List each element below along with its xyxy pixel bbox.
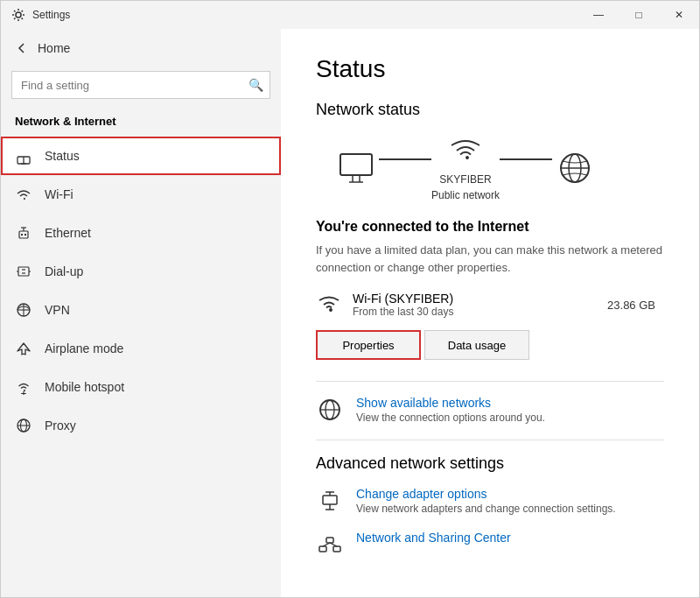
wifi-diagram-icon: SKYFIBER Public network xyxy=(431,135,500,201)
sidebar-item-label-dialup: Dial-up xyxy=(45,264,83,278)
proxy-nav-icon xyxy=(15,417,32,434)
search-container: 🔍 xyxy=(11,71,270,99)
wifi-icon xyxy=(15,186,32,203)
sidebar-item-dialup[interactable]: Dial-up xyxy=(1,252,281,291)
wifi-row-icon-svg xyxy=(316,292,342,317)
home-label: Home xyxy=(38,41,70,55)
adapter-icon xyxy=(316,487,344,515)
ethernet-icon xyxy=(15,224,32,242)
settings-window: Settings — □ ✕ Home 🔍 Network & Intern xyxy=(0,0,700,598)
proxy-icon xyxy=(15,417,32,434)
back-icon xyxy=(15,41,29,55)
net-line-1 xyxy=(379,158,431,160)
sidebar-item-status[interactable]: Status xyxy=(1,137,281,175)
show-networks-info: Show available networks View the connect… xyxy=(356,396,545,424)
svg-rect-4 xyxy=(19,231,28,238)
sharing-center-title: Network and Sharing Center xyxy=(356,531,511,545)
svg-line-42 xyxy=(330,543,337,546)
sidebar-item-label-vpn: VPN xyxy=(45,303,70,317)
show-networks-sub: View the connection options around you. xyxy=(356,412,545,424)
advanced-title: Advanced network settings xyxy=(316,454,664,473)
svg-rect-33 xyxy=(323,496,337,504)
vpn-nav-icon xyxy=(15,301,32,319)
network-row: Wi-Fi (SKYFIBER) From the last 30 days 2… xyxy=(316,292,664,318)
home-button[interactable]: Home xyxy=(1,29,281,67)
svg-rect-7 xyxy=(21,234,23,236)
divider-2 xyxy=(316,440,664,440)
hotspot-nav-icon xyxy=(15,378,32,396)
sidebar-item-label-hotspot: Mobile hotspot xyxy=(45,380,124,394)
computer-diagram-icon xyxy=(333,151,379,186)
svg-rect-22 xyxy=(340,154,372,175)
svg-rect-40 xyxy=(333,546,340,552)
sidebar-item-vpn[interactable]: VPN xyxy=(1,291,281,329)
sidebar-item-proxy[interactable]: Proxy xyxy=(1,406,281,445)
svg-line-41 xyxy=(323,543,330,546)
sidebar-item-label-status: Status xyxy=(45,149,80,163)
main-panel: Status Network status xyxy=(281,29,699,597)
page-title: Status xyxy=(316,55,664,83)
airplane-icon xyxy=(15,340,32,357)
sidebar-item-ethernet[interactable]: Ethernet xyxy=(1,214,281,252)
sidebar-section-title: Network & Internet xyxy=(1,109,281,137)
dialup-icon xyxy=(15,263,32,280)
search-input[interactable] xyxy=(11,71,270,99)
show-networks-icon xyxy=(316,396,344,424)
maximize-button[interactable]: □ xyxy=(619,1,659,29)
sidebar-item-label-proxy: Proxy xyxy=(45,419,76,433)
sharing-center-info: Network and Sharing Center xyxy=(356,531,511,546)
connected-text: You're connected to the Internet xyxy=(316,219,664,235)
sidebar: Home 🔍 Network & Internet Status xyxy=(1,29,281,597)
search-icon: 🔍 xyxy=(248,78,263,92)
net-line-2 xyxy=(500,158,552,160)
sidebar-item-label-airplane: Airplane mode xyxy=(45,341,123,355)
ethernet-nav-icon xyxy=(15,224,32,242)
dialup-nav-icon xyxy=(15,263,32,280)
svg-rect-38 xyxy=(319,546,326,552)
sidebar-item-wifi[interactable]: Wi-Fi xyxy=(1,175,281,214)
data-usage-button[interactable]: Data usage xyxy=(424,330,529,360)
sidebar-item-label-wifi: Wi-Fi xyxy=(45,187,74,201)
svg-rect-8 xyxy=(24,234,26,236)
globe-small-icon xyxy=(316,396,344,424)
titlebar-left: Settings xyxy=(11,8,70,22)
sidebar-item-label-ethernet: Ethernet xyxy=(45,226,91,240)
network-diagram: SKYFIBER Public network xyxy=(316,135,664,201)
network-status-icon xyxy=(15,147,32,165)
show-networks-row[interactable]: Show available networks View the connect… xyxy=(316,396,664,424)
network-row-left: Wi-Fi (SKYFIBER) From the last 30 days xyxy=(316,292,453,318)
settings-icon xyxy=(11,8,25,22)
hotspot-icon xyxy=(15,378,32,396)
sharing-center-icon xyxy=(316,531,344,559)
wifi-data-usage: 23.86 GB xyxy=(607,299,655,312)
network-row-info: Wi-Fi (SKYFIBER) From the last 30 days xyxy=(353,292,453,318)
svg-rect-9 xyxy=(18,267,29,276)
sidebar-item-airplane[interactable]: Airplane mode xyxy=(1,329,281,368)
sidebar-item-hotspot[interactable]: Mobile hotspot xyxy=(1,368,281,406)
titlebar-title: Settings xyxy=(32,9,70,21)
svg-rect-18 xyxy=(21,393,26,394)
connected-sub: If you have a limited data plan, you can… xyxy=(316,242,664,276)
change-adapter-icon xyxy=(316,487,344,515)
wifi-network-sub: From the last 30 days xyxy=(353,306,453,318)
airplane-nav-icon xyxy=(15,340,32,357)
change-adapter-info: Change adapter options View network adap… xyxy=(356,487,616,515)
wifi-nav-icon xyxy=(15,186,32,203)
titlebar-controls: — □ ✕ xyxy=(578,1,699,29)
computer-icon xyxy=(333,151,379,186)
change-adapter-row[interactable]: Change adapter options View network adap… xyxy=(316,487,664,515)
wifi-network-name: Wi-Fi (SKYFIBER) xyxy=(353,292,453,306)
minimize-button[interactable]: — xyxy=(578,1,619,29)
svg-point-0 xyxy=(16,12,21,18)
network-type-label: Public network xyxy=(431,189,500,201)
wifi-row-icon xyxy=(316,292,342,317)
close-button[interactable]: ✕ xyxy=(659,1,699,29)
status-nav-icon xyxy=(15,147,32,165)
vpn-icon xyxy=(15,301,32,319)
action-buttons: Properties Data usage xyxy=(316,330,664,360)
properties-button[interactable]: Properties xyxy=(316,330,421,360)
globe-diagram-icon xyxy=(552,149,598,187)
show-networks-title: Show available networks xyxy=(356,396,545,410)
sharing-center-row[interactable]: Network and Sharing Center xyxy=(316,531,664,559)
globe-icon xyxy=(552,149,598,187)
